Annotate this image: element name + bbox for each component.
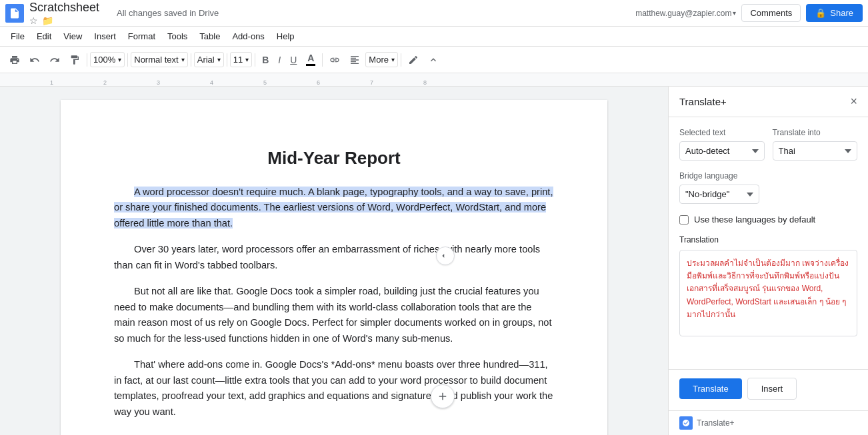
menu-tools[interactable]: Tools [162,29,193,44]
font-select[interactable]: Arial ▾ [194,52,224,67]
default-languages-row: Use these languages by default [679,215,857,224]
scroll-control-button[interactable] [436,246,455,265]
paragraph-1: A word processor doesn't require much. A… [114,185,554,231]
selected-text-select-wrap: Auto-detect [679,141,765,161]
font-size-select[interactable]: 11 ▾ [230,52,252,67]
selected-text-col: Selected text Auto-detect [679,128,765,161]
autosave-message: All changes saved in Drive [117,8,219,18]
sidebar-header: Translate+ × [669,87,868,117]
document-page: Mid-Year Report A word processor doesn't… [61,100,607,435]
redo-button[interactable] [45,52,64,68]
chevron-down-icon: ▾ [217,56,221,63]
color-indicator [306,64,315,66]
sidebar-content: Selected text Auto-detect Translate into… [669,117,868,369]
chevron-down-icon: ▾ [181,56,185,63]
translate-into-label: Translate into [773,128,858,137]
share-button[interactable]: 🔒 Share [806,4,863,22]
zoom-select[interactable]: 100% ▾ [90,52,125,67]
ruler-tick: 6 [317,79,320,86]
divider-5 [255,53,255,67]
menu-file[interactable]: File [5,29,30,44]
bridge-select-wrap: "No-bridge" [679,185,857,204]
text-color-button[interactable]: A [302,51,319,69]
ruler-tick: 7 [370,79,373,86]
add-button-area [431,384,455,408]
user-email: matthew.guay@zapier.com ▾ [635,9,736,18]
document-area[interactable]: Mid-Year Report A word processor doesn't… [0,87,668,435]
divider-6 [322,53,323,67]
menu-bar: File Edit View Insert Format Tools Table… [0,27,868,47]
document-title: Mid-Year Report [114,148,554,169]
menu-insert[interactable]: Insert [89,29,121,44]
brand-icon [679,416,693,430]
doc-actions: ☆ 📁 [29,15,99,26]
bridge-language-row: Bridge language "No-bridge" [679,171,857,204]
translate-into-col: Translate into Thai [773,128,858,161]
menu-help[interactable]: Help [271,29,300,44]
bridge-language-label: Bridge language [679,171,857,181]
ruler-tick: 1 [50,79,53,86]
align-button[interactable] [345,52,364,68]
paragraph-3: But not all are like that. Google Docs t… [114,284,554,346]
ruler-tick: 5 [263,79,267,86]
bold-button[interactable]: B [258,52,273,68]
ruler: 1 2 3 4 5 6 7 8 [0,73,868,87]
sidebar-footer: Translate Insert [669,369,868,408]
ruler-inner: 1 2 3 4 5 6 7 8 [50,73,665,86]
menu-view[interactable]: View [58,29,87,44]
print-button[interactable] [5,52,24,68]
more-dropdown[interactable]: More ▾ [365,52,398,67]
ruler-tick: 8 [423,79,427,86]
translation-label: Translation [679,235,857,244]
ruler-tick: 4 [210,79,213,86]
main-layout: Mid-Year Report A word processor doesn't… [0,87,868,435]
selected-text-select[interactable]: Auto-detect [679,141,765,161]
ruler-tick: 2 [103,79,107,86]
divider-7 [401,53,401,67]
paragraph-2: Over 30 years later, word processors off… [114,242,554,273]
divider-4 [227,53,227,67]
menu-addons[interactable]: Add-ons [227,29,269,44]
language-row: Selected text Auto-detect Translate into… [679,128,857,161]
insert-button[interactable]: Insert [747,378,797,400]
doc-title[interactable]: Scratchsheet [29,1,99,15]
sidebar-title: Translate+ [679,96,727,107]
default-languages-checkbox[interactable] [679,215,689,224]
menu-format[interactable]: Format [123,29,161,44]
sidebar-brand-footer: Translate+ [669,410,868,435]
style-select[interactable]: Normal text ▾ [131,52,187,67]
menu-table[interactable]: Table [194,29,225,44]
sidebar-close-button[interactable]: × [850,95,857,109]
translate-button[interactable]: Translate [679,378,742,399]
folder-button[interactable]: 📁 [42,15,53,26]
scroll-area [436,246,455,265]
translation-section: Translation ประมวลผลคำไม่จำเป็นต้องมีมาก… [679,235,857,336]
chevron-down-icon: ▾ [118,56,121,63]
underline-button[interactable]: U [286,52,301,68]
collapse-button[interactable] [424,52,443,68]
comments-button[interactable]: Comments [741,4,801,22]
divider-1 [87,53,87,67]
brand-label: Translate+ [697,418,735,428]
floating-add-button[interactable] [431,384,455,408]
ruler-tick: 3 [157,79,160,86]
translate-into-select[interactable]: Thai [773,141,858,161]
divider-2 [127,53,128,67]
app-icon [5,4,24,23]
star-button[interactable]: ☆ [29,15,38,26]
user-area: matthew.guay@zapier.com ▾ Comments 🔒 Sha… [635,4,863,22]
default-languages-label[interactable]: Use these languages by default [694,215,815,224]
link-button[interactable] [325,52,344,68]
paint-format-button[interactable] [65,52,84,68]
italic-button[interactable]: I [274,52,285,68]
pen-button[interactable] [404,52,423,68]
doc-title-area: Scratchsheet ☆ 📁 [29,1,99,26]
top-bar: Scratchsheet ☆ 📁 All changes saved in Dr… [0,0,868,27]
translate-into-select-wrap: Thai [773,141,858,161]
selected-text-label: Selected text [679,128,765,137]
chevron-down-icon[interactable]: ▾ [733,9,736,17]
menu-edit[interactable]: Edit [31,29,57,44]
bridge-language-select[interactable]: "No-bridge" [679,185,759,204]
undo-button[interactable] [25,52,44,68]
divider-3 [191,53,191,67]
